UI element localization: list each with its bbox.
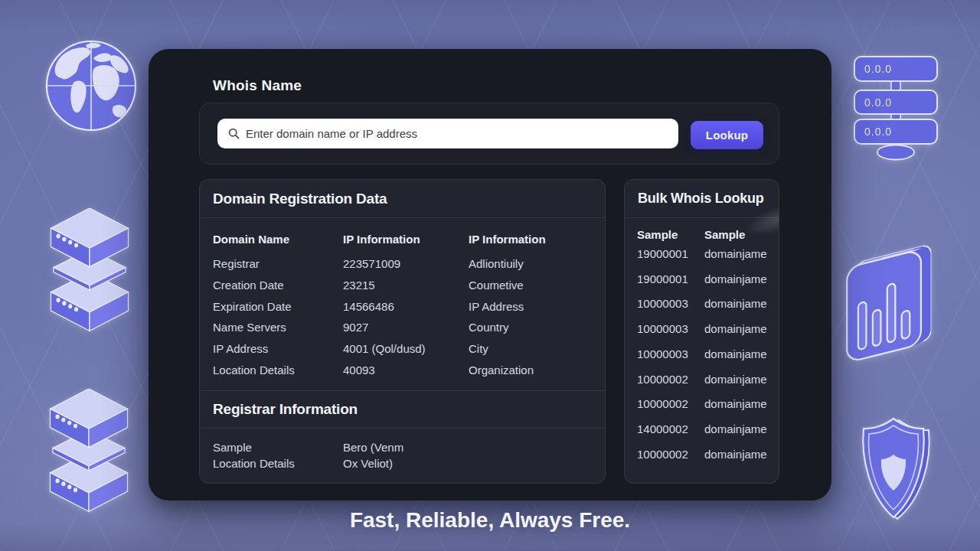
domain-table-header: Domain Name IP Information IP Informatio… <box>213 229 592 250</box>
row-value: 14566486 <box>343 296 469 318</box>
domain-panel-header: Domain Registration Data <box>200 180 605 218</box>
row-id: 10000002 <box>637 367 704 393</box>
search-input[interactable] <box>246 119 675 148</box>
table-row: Name Servers 9027 Country <box>213 317 592 338</box>
bulk-panel-title: Bulk Whois Lookup <box>638 191 764 207</box>
row-label: Expiration Date <box>213 296 343 318</box>
row-label: IP Address <box>213 338 343 360</box>
server-stack-illustration-bottom <box>42 389 136 513</box>
table-row: Expiration Date 14566486 IP Address <box>213 296 592 318</box>
row-id: 10000003 <box>637 342 704 367</box>
row-domain: domainjame <box>704 267 767 292</box>
row-value: 9027 <box>343 317 469 338</box>
row-id: 10000003 <box>637 292 704 317</box>
row-info: Country <box>469 317 592 338</box>
server-label: 0.0.0 <box>864 96 892 109</box>
whois-title: Whois Name <box>213 77 302 94</box>
row-id: 10000002 <box>637 392 704 417</box>
tagline: Fast, Reliable, Always Free. <box>0 508 980 533</box>
row-domain: domainjame <box>704 292 767 317</box>
row-label: Location Details <box>213 360 343 381</box>
bulk-table-body: 19000001 domainjame 19000001 domainjame … <box>637 242 766 467</box>
bulk-whois-panel: Bulk Whois Lookup Sample Sample 19000001… <box>624 179 779 484</box>
search-section: Lookup <box>199 103 779 165</box>
table-row: 10000002 domainjame <box>637 442 766 468</box>
table-row: Location Details Ox Veliot) <box>213 455 592 471</box>
table-row: 19000001 domainjame <box>637 267 766 292</box>
row-label: Registrar <box>213 253 343 275</box>
row-id: 10000002 <box>637 442 704 468</box>
table-row: 10000003 domainjame <box>637 292 766 317</box>
registrar-section-title: Registrar Information <box>213 401 358 418</box>
bulk-table: Sample Sample 19000001 domainjame 190000… <box>625 218 779 467</box>
row-id: 19000001 <box>637 267 704 292</box>
row-value: Ox Veliot) <box>343 455 592 471</box>
column-header: IP Information <box>343 229 469 250</box>
table-row: 19000001 domainjame <box>637 242 766 267</box>
table-row: 10000003 domainjame <box>637 342 766 367</box>
stack-top-box <box>51 208 128 267</box>
row-value: Bero (Venm <box>343 439 592 455</box>
table-row: IP Address 4001 (Qol/dusd) City <box>213 338 592 360</box>
registrar-section-header: Registrar Information <box>200 390 605 429</box>
row-domain: domainjame <box>704 442 767 468</box>
lookup-button[interactable]: Lookup <box>691 121 763 149</box>
globe-illustration <box>44 39 138 132</box>
row-id: 14000002 <box>637 417 704 442</box>
row-domain: domainjame <box>704 342 767 367</box>
domain-registration-panel: Domain Registration Data Domain Name IP … <box>199 179 606 484</box>
row-info: Adliontiuily <box>469 253 592 275</box>
row-label: Creation Date <box>213 275 343 296</box>
analytics-cube-illustration <box>845 240 936 366</box>
server-stack-illustration-top <box>43 208 136 332</box>
row-domain: domainjame <box>704 242 767 267</box>
row-info: City <box>469 338 592 360</box>
row-id: 19000001 <box>637 242 704 267</box>
row-info: Organization <box>469 360 592 381</box>
whois-card: Whois Name Lookup Domain Registration Da… <box>149 49 831 500</box>
search-input-container <box>217 119 678 148</box>
cube-front-face <box>847 249 921 363</box>
row-label: Location Details <box>213 455 343 471</box>
table-row: 10000003 domainjame <box>637 317 766 342</box>
search-icon <box>228 128 240 139</box>
row-value: 40093 <box>343 360 469 381</box>
row-value: 4001 (Qol/dusd) <box>343 338 469 360</box>
table-row: Location Details 40093 Organization <box>213 360 592 381</box>
bulk-panel-header: Bulk Whois Lookup <box>625 180 779 218</box>
domain-panel-title: Domain Registration Data <box>213 191 387 207</box>
server-rack-illustration: 0.0.0 0.0.0 0.0.0 <box>853 55 940 162</box>
row-label: Sample <box>213 439 343 455</box>
row-info: Coumetive <box>469 275 592 296</box>
server-label: 0.0.0 <box>864 63 892 75</box>
server-label: 0.0.0 <box>864 126 892 138</box>
row-info: IP Address <box>469 296 592 318</box>
row-domain: domainjame <box>704 392 767 417</box>
column-header: IP Information <box>469 229 592 250</box>
table-row: 14000002 domainjame <box>637 417 766 442</box>
table-row: Creation Date 23215 Coumetive <box>213 275 592 296</box>
column-header: Domain Name <box>213 229 343 250</box>
row-label: Name Servers <box>213 317 343 338</box>
domain-table-body: Registrar 223571009 Adliontiuily Creatio… <box>213 253 592 381</box>
column-header: Sample <box>637 227 704 242</box>
row-id: 10000003 <box>637 317 704 342</box>
row-domain: domainjame <box>704 367 767 393</box>
registrar-rows: Sample Bero (Venm Location Details Ox Ve… <box>213 439 592 471</box>
row-value: 23215 <box>343 275 469 296</box>
domain-table: Domain Name IP Information IP Informatio… <box>200 218 605 381</box>
table-row: Sample Bero (Venm <box>213 439 592 455</box>
bulk-table-header: Sample Sample <box>637 227 766 242</box>
column-header: Sample <box>704 227 766 242</box>
row-domain: domainjame <box>704 317 767 342</box>
table-row: 10000002 domainjame <box>637 392 766 417</box>
table-row: 10000002 domainjame <box>637 367 766 393</box>
row-value: 223571009 <box>343 253 469 275</box>
row-domain: domainjame <box>704 417 767 442</box>
table-row: Registrar 223571009 Adliontiuily <box>213 253 592 275</box>
